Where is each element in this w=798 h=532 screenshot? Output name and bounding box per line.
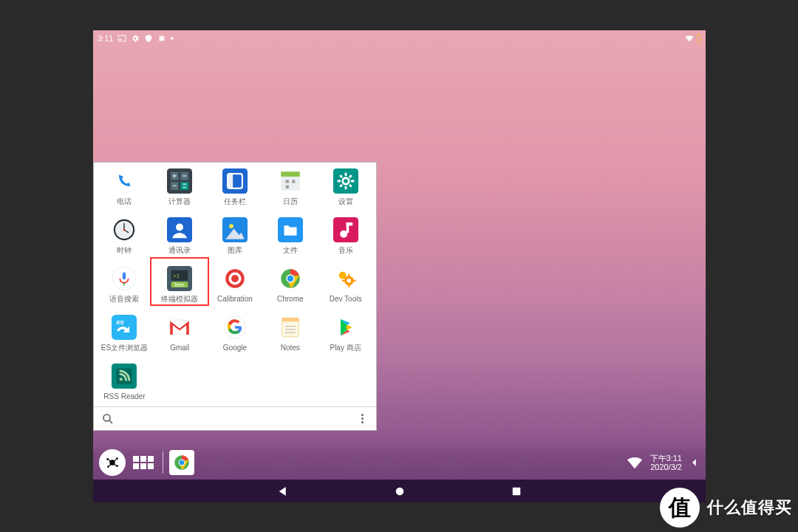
app-label: Play 商店 <box>330 344 361 352</box>
watermark-logo: 值 <box>660 488 700 528</box>
app-label: Notes <box>281 344 300 352</box>
app-label: 终端模拟器 <box>161 295 198 303</box>
app-phone[interactable]: 电话 <box>97 166 152 214</box>
app-terminal-emulator[interactable]: >1Term终端模拟器 <box>152 263 208 312</box>
app-label: 语音搜索 <box>109 295 139 303</box>
app-label: Dev Tools <box>330 295 362 303</box>
app-label: Calibration <box>217 295 253 303</box>
app-grid: 电话 计算器 任务栏 日历 设置 时钟 通讯录 图库 文件 音乐 语音搜索 >1… <box>94 163 376 406</box>
svg-rect-1 <box>112 168 137 194</box>
svg-point-64 <box>180 460 185 466</box>
svg-text:Term: Term <box>174 282 184 287</box>
watermark: 值 什么值得买 <box>660 488 792 528</box>
svg-point-41 <box>287 276 294 282</box>
app-notes[interactable]: Notes <box>262 312 318 361</box>
taskbar-date: 2020/3/2 <box>650 463 682 471</box>
app-label: Gmail <box>170 344 189 352</box>
taskbar-expand-icon[interactable] <box>689 456 700 469</box>
kebab-menu-icon[interactable] <box>355 414 369 423</box>
app-contacts[interactable]: 通讯录 <box>152 214 208 263</box>
svg-point-45 <box>347 279 351 283</box>
android-desktop: 3:11 电话 计算器 任务栏 日历 设置 时钟 通讯录 图库 文件 音乐 语音… <box>93 30 706 502</box>
drawer-search-bar[interactable] <box>94 406 376 430</box>
app-label: Google <box>223 344 247 352</box>
svg-rect-26 <box>346 222 352 225</box>
app-voice-search[interactable]: 语音搜索 <box>97 263 152 312</box>
app-label: 日历 <box>283 197 298 205</box>
statusbar-time: 3:11 <box>98 34 113 43</box>
taskbar-launcher-button[interactable] <box>99 449 126 476</box>
app-calculator[interactable]: 计算器 <box>152 166 208 214</box>
app-label: 通讯录 <box>168 246 191 254</box>
app-label: 音乐 <box>338 246 353 254</box>
svg-point-19 <box>176 224 183 231</box>
taskbar-divider <box>163 451 163 474</box>
svg-point-17 <box>123 229 126 231</box>
app-calendar[interactable]: 日历 <box>262 166 318 214</box>
taskbar-apps-button[interactable] <box>130 449 157 476</box>
taskbar: 下午3:11 2020/3/2 <box>93 446 706 480</box>
cast-icon <box>117 34 126 43</box>
wifi-icon <box>627 454 643 471</box>
status-bar: 3:11 <box>93 30 706 47</box>
app-rss-reader[interactable]: RSS Reader <box>97 361 152 409</box>
svg-rect-66 <box>512 487 520 495</box>
svg-rect-7 <box>222 168 248 194</box>
app-taskbar[interactable]: 任务栏 <box>208 166 263 214</box>
svg-rect-9 <box>228 174 233 188</box>
svg-rect-12 <box>281 177 300 190</box>
svg-text:ES: ES <box>117 319 125 326</box>
svg-point-37 <box>231 275 239 282</box>
app-files[interactable]: 文件 <box>262 214 318 263</box>
app-clock[interactable]: 时钟 <box>97 214 152 263</box>
app-dev-tools[interactable]: Dev Tools <box>318 263 373 312</box>
svg-rect-28 <box>123 273 126 280</box>
app-label: Chrome <box>277 295 304 303</box>
app-calibration[interactable]: Calibration <box>208 263 263 312</box>
app-es-file-explorer[interactable]: ESES文件浏览器 <box>97 312 152 361</box>
app-label: 任务栏 <box>224 197 246 205</box>
svg-point-55 <box>120 378 123 381</box>
battery-icon <box>697 35 701 43</box>
gear-icon <box>131 34 140 43</box>
app-label: ES文件浏览器 <box>101 344 148 352</box>
dot-icon <box>171 37 174 40</box>
svg-point-65 <box>395 487 403 495</box>
taskbar-clock[interactable]: 下午3:11 2020/3/2 <box>650 454 682 471</box>
shield-icon <box>144 34 153 43</box>
nav-back-button[interactable] <box>276 485 290 498</box>
svg-rect-0 <box>160 36 165 41</box>
nav-home-button[interactable] <box>393 485 406 498</box>
app-label: 图库 <box>228 246 242 254</box>
search-icon <box>101 412 115 426</box>
app-google[interactable]: Google <box>208 312 263 361</box>
watermark-text: 什么值得买 <box>707 497 792 519</box>
svg-point-56 <box>103 415 110 421</box>
svg-point-21 <box>229 224 233 228</box>
nav-recents-button[interactable] <box>510 485 523 498</box>
box-icon <box>157 34 166 43</box>
app-label: 文件 <box>283 246 298 254</box>
app-settings[interactable]: 设置 <box>318 166 373 214</box>
app-music[interactable]: 音乐 <box>318 214 373 263</box>
navigation-bar <box>93 480 706 502</box>
app-label: 计算器 <box>168 197 191 205</box>
app-chrome[interactable]: Chrome <box>262 263 318 312</box>
svg-rect-11 <box>281 171 300 177</box>
app-label: RSS Reader <box>103 392 145 400</box>
svg-rect-23 <box>333 217 358 242</box>
svg-rect-13 <box>333 168 358 194</box>
svg-rect-6 <box>181 182 189 190</box>
wifi-icon <box>685 34 694 43</box>
svg-rect-48 <box>170 320 189 335</box>
app-gmail[interactable]: Gmail <box>152 312 208 361</box>
app-play-store[interactable]: Play 商店 <box>318 312 373 361</box>
svg-rect-51 <box>282 318 299 321</box>
taskbar-time: 下午3:11 <box>650 454 682 463</box>
app-gallery[interactable]: 图库 <box>208 214 263 263</box>
svg-point-24 <box>340 231 347 238</box>
app-drawer: 电话 计算器 任务栏 日历 设置 时钟 通讯录 图库 文件 音乐 语音搜索 >1… <box>93 162 377 431</box>
app-label: 时钟 <box>117 246 132 254</box>
svg-text:>1: >1 <box>174 273 180 279</box>
taskbar-chrome-shortcut[interactable] <box>169 450 194 475</box>
